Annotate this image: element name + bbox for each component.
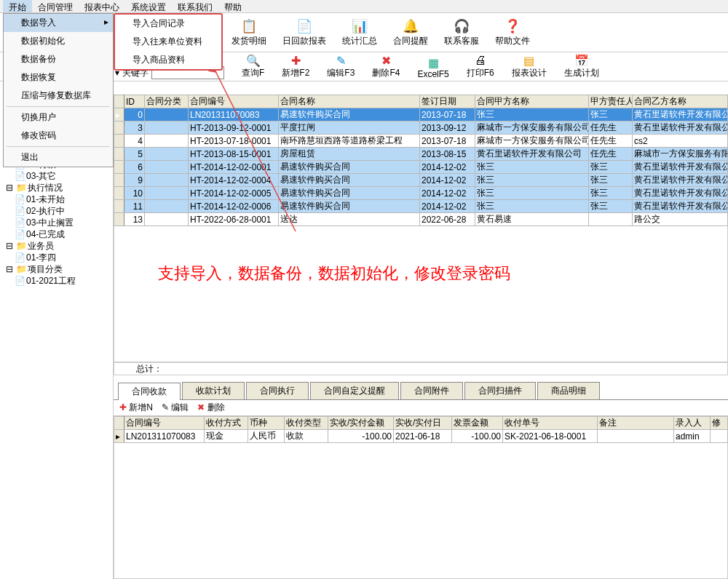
pencil-icon: ✎ bbox=[162, 402, 169, 412]
doc-icon: 📄 bbox=[15, 217, 25, 228]
tree-salesman-item[interactable]: 📄01-李四 bbox=[1, 252, 111, 263]
table-row[interactable]: 3HT-2013-09-12-0001平度扛闸2013-09-12麻城市一方保安… bbox=[114, 121, 728, 135]
col-partya[interactable]: 合同甲方名称 bbox=[475, 95, 589, 108]
import-contract-records[interactable]: 导入合同记录 bbox=[115, 15, 221, 33]
table-row[interactable]: 10HT-2014-12-02-0005易速软件购买合同2014-12-02张三… bbox=[114, 187, 728, 200]
doc-icon: 📄 bbox=[15, 170, 25, 182]
table-row[interactable]: ▸ LN201311070083现金人民币 收款-100.002021-06-1… bbox=[114, 430, 728, 443]
tab-custom-remind[interactable]: 合同自定义提醒 bbox=[310, 382, 399, 399]
menu-data-backup[interactable]: 数据备份 bbox=[4, 50, 113, 68]
tree-project[interactable]: ⊟📁项目分类 bbox=[1, 263, 111, 275]
doc-icon: 📄 bbox=[15, 275, 25, 287]
col-partyb[interactable]: 合同乙方名称 bbox=[633, 95, 728, 108]
table-row[interactable]: 9HT-2014-12-02-0004易速软件购买合同2014-12-02张三张… bbox=[114, 174, 728, 187]
import-submenu: 导入合同记录 导入往来单位资料 导入商品资料 bbox=[114, 13, 223, 71]
sub-delete-button[interactable]: ✖ 删除 bbox=[197, 402, 224, 414]
tb-stats[interactable]: 📊统计汇总 bbox=[335, 16, 384, 49]
annotation-text: 支持导入，数据备份，数据初始化，修改登录密码 bbox=[158, 263, 510, 284]
col-name[interactable]: 合同名称 bbox=[279, 95, 420, 108]
tab-attach[interactable]: 合同附件 bbox=[400, 382, 463, 399]
sub-edit-button[interactable]: ✎ 编辑 bbox=[162, 402, 189, 414]
list-icon: 📋 bbox=[240, 17, 258, 35]
tab-scan[interactable]: 合同扫描件 bbox=[464, 382, 536, 399]
tb-delivery[interactable]: 📋发货明细 bbox=[224, 16, 274, 49]
menu-start[interactable]: 开始 bbox=[3, 0, 32, 12]
tab-receipt[interactable]: 合同收款 bbox=[118, 383, 181, 400]
plus-icon: ✚ bbox=[119, 402, 127, 412]
tab-plan[interactable]: 收款计划 bbox=[182, 382, 245, 399]
search-icon: 🔍 bbox=[246, 54, 261, 67]
folder-icon: 📁 bbox=[16, 263, 26, 275]
tree-exec-running[interactable]: 📄02-执行中 bbox=[1, 205, 111, 217]
menu-switch-user[interactable]: 切换用户 bbox=[4, 108, 113, 127]
tree-paytype-other[interactable]: 📄03-其它 bbox=[1, 170, 111, 182]
menu-contract[interactable]: 合同管理 bbox=[32, 0, 79, 12]
col-resp[interactable]: 甲方责任人 bbox=[589, 95, 633, 108]
menu-separator bbox=[7, 146, 110, 147]
menu-data-restore[interactable]: 数据恢复 bbox=[4, 68, 113, 87]
report-icon: 📄 bbox=[296, 17, 313, 35]
col-id[interactable]: ID bbox=[124, 95, 145, 108]
query-button[interactable]: 🔍查询F bbox=[242, 54, 264, 79]
table-row[interactable]: 13HT-2022-06-28-0001送达2022-06-28黄石易速路公交 bbox=[114, 213, 728, 226]
menu-change-password[interactable]: 修改密码 bbox=[4, 127, 113, 145]
report-design-button[interactable]: ▤报表设计 bbox=[512, 54, 547, 79]
import-vendor-data[interactable]: 导入往来单位资料 bbox=[115, 33, 221, 51]
gen-plan-button[interactable]: 📅生成计划 bbox=[564, 54, 599, 79]
bell-icon: 🔔 bbox=[402, 17, 419, 35]
table-row[interactable]: 6HT-2014-12-02-0001易速软件购买合同2014-12-02张三张… bbox=[114, 161, 728, 174]
tb-remind[interactable]: 🔔合同提醒 bbox=[386, 16, 435, 49]
tree-exec[interactable]: ⊟📁执行情况 bbox=[1, 182, 111, 193]
grid-empty-area: 支持导入，数据备份，数据初始化，修改登录密码 bbox=[114, 226, 728, 362]
add-button[interactable]: ✚新增F2 bbox=[282, 54, 309, 79]
tree-salesman[interactable]: ⊟📁业务员 bbox=[1, 240, 111, 252]
menu-data-import[interactable]: 数据导入▸ bbox=[4, 14, 113, 32]
menu-exit[interactable]: 退出 bbox=[4, 148, 113, 167]
menubar: 开始 合同管理 报表中心 系统设置 联系我们 帮助 bbox=[0, 0, 728, 13]
tab-goods[interactable]: 商品明细 bbox=[537, 382, 600, 399]
menu-settings[interactable]: 系统设置 bbox=[125, 0, 172, 12]
start-menu-dropdown: 数据导入▸ 数据初始化 数据备份 数据恢复 压缩与修复数据库 切换用户 修改密码… bbox=[3, 13, 114, 167]
menu-separator bbox=[7, 106, 110, 107]
import-product-data[interactable]: 导入商品资料 bbox=[115, 51, 221, 69]
minus-icon: ✖ bbox=[379, 54, 393, 67]
contract-grid[interactable]: ID 合同分类 合同编号 合同名称 签订日期 合同甲方名称 甲方责任人 合同乙方… bbox=[114, 95, 728, 226]
tree-exec-done[interactable]: 📄04-已完成 bbox=[1, 228, 111, 240]
menu-data-init[interactable]: 数据初始化 bbox=[4, 32, 113, 50]
chart-icon: 📊 bbox=[351, 17, 368, 35]
table-row[interactable]: 11HT-2014-12-02-0006易速软件购买合同2014-12-02张三… bbox=[114, 200, 728, 213]
col-date[interactable]: 签订日期 bbox=[420, 95, 475, 108]
plus-icon: ✚ bbox=[288, 54, 303, 67]
menu-compact-db[interactable]: 压缩与修复数据库 bbox=[4, 87, 113, 105]
design-icon: ▤ bbox=[522, 54, 537, 67]
calendar-icon: 📅 bbox=[574, 54, 589, 67]
edit-button[interactable]: ✎编辑F3 bbox=[327, 54, 355, 79]
tree-exec-paused[interactable]: 📄03-中止搁置 bbox=[1, 217, 111, 228]
tab-exec[interactable]: 合同执行 bbox=[246, 382, 309, 399]
table-row[interactable]: 5HT-2013-08-15-0001房屋租赁2013-08-15黄石里诺软件开… bbox=[114, 148, 728, 161]
tb-service[interactable]: 🎧联系客服 bbox=[437, 16, 486, 49]
tree-project-item[interactable]: 📄01-2021工程 bbox=[1, 275, 111, 287]
doc-icon: 📄 bbox=[15, 193, 25, 205]
pencil-icon: ✎ bbox=[333, 54, 348, 67]
total-row: 总计： bbox=[114, 362, 728, 375]
delete-button[interactable]: ✖删除F4 bbox=[372, 54, 400, 79]
menu-contact[interactable]: 联系我们 bbox=[172, 0, 218, 12]
tb-help[interactable]: ❓帮助文件 bbox=[488, 16, 537, 49]
col-type[interactable]: 合同分类 bbox=[145, 95, 189, 108]
table-row[interactable]: ▸0LN201311070083易速软件购买合同2013-07-18张三张三黄石… bbox=[114, 108, 728, 121]
folder-icon: 📁 bbox=[16, 240, 26, 252]
payment-grid[interactable]: 合同编号收付方式币种 收付类型实收/实付金额实收/实付日 发票金额收付单号备注 … bbox=[114, 416, 728, 443]
table-row[interactable]: 4HT-2013-07-18-0001南环路慧垣西路等道路桥梁工程2013-07… bbox=[114, 135, 728, 148]
col-code[interactable]: 合同编号 bbox=[189, 95, 279, 108]
help-icon: ❓ bbox=[504, 17, 521, 35]
doc-icon: 📄 bbox=[15, 228, 25, 240]
excel-button[interactable]: ▦ExcelF5 bbox=[417, 56, 448, 79]
tb-payback[interactable]: 📄日回款报表 bbox=[275, 16, 333, 49]
print-button[interactable]: 🖨打印F6 bbox=[467, 54, 494, 79]
x-icon: ✖ bbox=[197, 402, 205, 412]
tree-exec-notstart[interactable]: 📄01-未开始 bbox=[1, 193, 111, 205]
menu-help[interactable]: 帮助 bbox=[218, 0, 248, 12]
sub-add-button[interactable]: ✚ 新增N bbox=[119, 402, 153, 414]
menu-report[interactable]: 报表中心 bbox=[79, 0, 125, 12]
